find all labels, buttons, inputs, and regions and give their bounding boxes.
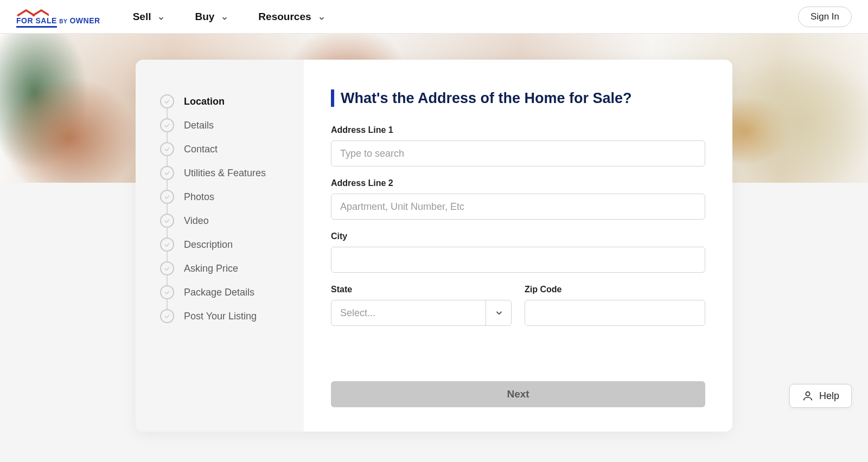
address2-input[interactable] [331, 194, 705, 220]
zip-input[interactable] [525, 300, 705, 326]
check-circle-icon [160, 94, 174, 108]
wizard-step-video[interactable]: Video [160, 209, 288, 233]
page-title: What's the Address of the Home for Sale? [331, 89, 705, 107]
step-label: Location [184, 96, 225, 107]
help-button[interactable]: Help [789, 384, 852, 408]
wizard-step-contact[interactable]: Contact [160, 137, 288, 161]
city-input[interactable] [331, 247, 705, 273]
next-button[interactable]: Next [331, 381, 705, 407]
wizard-main: What's the Address of the Home for Sale?… [304, 60, 732, 432]
primary-nav: Sell Buy Resources [133, 11, 326, 23]
address1-label: Address Line 1 [331, 125, 705, 135]
logo-text: FOR SALE BY OWNER [16, 17, 100, 24]
check-circle-icon [160, 118, 174, 132]
field-address2: Address Line 2 [331, 178, 705, 220]
signin-button[interactable]: Sign In [798, 7, 852, 27]
state-select[interactable] [331, 300, 512, 326]
listing-wizard-card: LocationDetailsContactUtilities & Featur… [136, 60, 732, 432]
address1-input[interactable] [331, 140, 705, 166]
check-circle-icon [160, 285, 174, 299]
step-label: Video [184, 215, 209, 227]
svg-point-0 [806, 392, 809, 396]
wizard-step-location[interactable]: Location [160, 89, 288, 113]
field-zip: Zip Code [525, 285, 705, 326]
step-label: Utilities & Features [184, 168, 266, 179]
wizard-step-utilities-features[interactable]: Utilities & Features [160, 161, 288, 185]
chevron-down-icon [221, 13, 228, 21]
check-circle-icon [160, 190, 174, 204]
check-circle-icon [160, 214, 174, 228]
help-label: Help [819, 390, 839, 402]
step-label: Description [184, 239, 233, 251]
person-icon [802, 390, 814, 402]
site-header: FOR SALE BY OWNER Sell Buy Resources Sig… [0, 0, 868, 34]
address2-label: Address Line 2 [331, 178, 705, 188]
wizard-sidebar: LocationDetailsContactUtilities & Featur… [136, 60, 304, 432]
wizard-step-package-details[interactable]: Package Details [160, 280, 288, 304]
logo-roof-icon [16, 9, 49, 17]
wizard-step-details[interactable]: Details [160, 113, 288, 137]
wizard-step-post-your-listing[interactable]: Post Your Listing [160, 304, 288, 328]
nav-sell[interactable]: Sell [133, 11, 165, 23]
nav-buy[interactable]: Buy [195, 11, 228, 23]
zip-label: Zip Code [525, 285, 705, 294]
check-circle-icon [160, 166, 174, 180]
site-logo[interactable]: FOR SALE BY OWNER [16, 9, 100, 24]
nav-resources[interactable]: Resources [258, 11, 325, 23]
check-circle-icon [160, 238, 174, 252]
wizard-step-photos[interactable]: Photos [160, 185, 288, 209]
field-city: City [331, 232, 705, 273]
nav-sell-label: Sell [133, 11, 151, 23]
state-label: State [331, 285, 512, 294]
nav-resources-label: Resources [258, 11, 311, 23]
step-label: Contact [184, 144, 218, 155]
field-state: State [331, 285, 512, 326]
chevron-down-icon [318, 13, 326, 21]
wizard-steps: LocationDetailsContactUtilities & Featur… [160, 89, 288, 328]
step-label: Photos [184, 191, 214, 203]
step-label: Package Details [184, 287, 254, 298]
check-circle-icon [160, 261, 174, 275]
check-circle-icon [160, 142, 174, 156]
step-label: Post Your Listing [184, 311, 257, 322]
nav-buy-label: Buy [195, 11, 214, 23]
step-label: Details [184, 120, 214, 131]
city-label: City [331, 232, 705, 241]
wizard-step-description[interactable]: Description [160, 233, 288, 256]
field-address1: Address Line 1 [331, 125, 705, 166]
chevron-down-icon [157, 13, 165, 21]
step-label: Asking Price [184, 263, 238, 274]
check-circle-icon [160, 309, 174, 323]
wizard-step-asking-price[interactable]: Asking Price [160, 256, 288, 280]
